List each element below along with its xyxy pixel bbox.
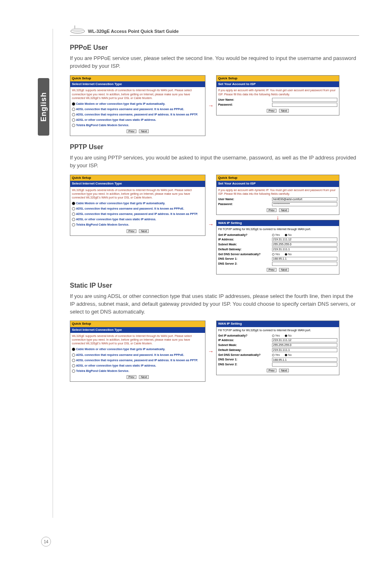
dns2-input[interactable] xyxy=(272,262,338,266)
static-title: Static IP User xyxy=(70,282,359,289)
dns2-label: DNS Server 2: xyxy=(218,362,272,366)
subnet-input[interactable] xyxy=(272,343,338,347)
isp-bar: Set Your Account to ISP xyxy=(217,81,339,87)
opt-pppoe[interactable]: ADSL connection that requires username a… xyxy=(70,106,205,112)
wan-intro: Fill TCP/IP setting for WL320gE to conne… xyxy=(217,327,339,333)
arrow-right-icon: → xyxy=(208,102,214,109)
isp-bar: Set Your Account to ISP xyxy=(217,181,339,187)
ip-label: IP Address: xyxy=(218,338,272,342)
opt-cable[interactable]: Cable Modem or other connection type tha… xyxy=(70,346,205,352)
pppoe-select-panel: Quick Setup Select Internet Connection T… xyxy=(70,75,205,136)
dns1-label: DNS Server 1: xyxy=(218,257,272,261)
next-button[interactable]: Next xyxy=(279,109,289,113)
password-input[interactable] xyxy=(272,103,338,107)
pptp-title: PPTP User xyxy=(70,143,359,151)
opt-pppoe[interactable]: ADSL connection that requires username a… xyxy=(70,206,205,211)
prev-button[interactable]: Prev xyxy=(267,109,277,113)
ip-input[interactable] xyxy=(272,338,338,342)
qs-bar: Quick Setup xyxy=(217,76,339,81)
pppoe-figure: Quick Setup Select Internet Connection T… xyxy=(70,75,359,136)
pppoe-desc: If you are PPPoE service user, please se… xyxy=(70,55,359,70)
dns2-label: DNS Server 2: xyxy=(218,262,272,265)
next-button[interactable]: Next xyxy=(139,229,149,233)
prev-button[interactable]: Prev xyxy=(127,229,136,233)
opt-telstra[interactable]: Telstra BigPond Cable Modem Service. xyxy=(70,222,205,227)
next-button[interactable]: Next xyxy=(139,375,149,379)
isp-intro: If you apply an account with dynamic IP.… xyxy=(217,87,339,97)
get-ip-label: Get IP automatically? xyxy=(218,334,272,337)
opt-pptp[interactable]: ADSL connection that requires username, … xyxy=(70,112,205,117)
svg-point-2 xyxy=(71,28,84,32)
qs-bar: Quick Setup xyxy=(217,175,339,181)
get-dns-label: Get DNS Server automatically? xyxy=(218,252,272,256)
password-label: Password: xyxy=(218,202,272,206)
pptp-wan-panel: WAN IP Setting Fill TCP/IP setting for W… xyxy=(216,220,339,275)
arrow-right-icon: → xyxy=(208,348,214,355)
qs-bar: Quick Setup xyxy=(70,321,205,327)
next-button[interactable]: Next xyxy=(139,129,149,133)
dns2-input[interactable] xyxy=(272,362,338,367)
static-figure: Quick Setup Select Internet Connection T… xyxy=(70,321,359,382)
get-ip-radios[interactable]: YesNo xyxy=(272,334,338,337)
prev-button[interactable]: Prev xyxy=(127,375,136,379)
ip-input[interactable] xyxy=(272,238,338,242)
wan-bar: WAN IP Setting xyxy=(217,321,339,327)
opt-static[interactable]: ADSL or other connection type that uses … xyxy=(70,363,205,368)
subnet-input[interactable] xyxy=(272,242,338,247)
select-intro: WL320gE supports several kinds of connec… xyxy=(70,187,205,201)
qs-bar: Quick Setup xyxy=(70,76,205,81)
opt-pptp[interactable]: ADSL connection that requires username, … xyxy=(70,211,205,217)
get-dns-label: Get DNS Server automatically? xyxy=(218,353,272,357)
pptp-select-panel: Quick Setup Select Internet Connection T… xyxy=(70,175,205,236)
opt-static[interactable]: ADSL or other connection type that uses … xyxy=(70,117,205,122)
prev-button[interactable]: Prev xyxy=(127,129,136,133)
gateway-input[interactable] xyxy=(272,348,338,352)
opt-cable[interactable]: Cable Modem or other connection type tha… xyxy=(70,101,205,106)
next-button[interactable]: Next xyxy=(279,268,289,272)
qs-bar: Quick Setup xyxy=(70,175,205,181)
language-tab: English xyxy=(38,78,49,136)
get-ip-radios[interactable]: YesNo xyxy=(272,233,338,237)
side-divider xyxy=(53,29,53,518)
static-wan-panel: WAN IP Setting Fill TCP/IP setting for W… xyxy=(216,321,339,375)
pptp-right-column: Quick Setup Set Your Account to ISP If y… xyxy=(216,175,339,275)
language-tab-label: English xyxy=(39,92,48,122)
select-intro: WL320gE supports several kinds of connec… xyxy=(70,333,205,346)
pptp-desc: If you are using PPTP services, you woul… xyxy=(70,154,359,170)
get-ip-label: Get IP automatically? xyxy=(218,233,272,237)
username-label: User Name: xyxy=(218,197,272,201)
get-dns-radios[interactable]: YesNo xyxy=(272,252,338,256)
pptp-figure: Quick Setup Select Internet Connection T… xyxy=(70,175,359,275)
isp-intro: If you apply an account with dynamic IP.… xyxy=(217,187,339,197)
prev-button[interactable]: Prev xyxy=(267,268,277,272)
opt-telstra[interactable]: Telstra BigPond Cable Modem Service. xyxy=(70,122,205,128)
prev-button[interactable]: Prev xyxy=(267,369,277,372)
select-bar: Select Internet Connection Type xyxy=(70,181,205,187)
gateway-input[interactable] xyxy=(272,247,338,252)
opt-static[interactable]: ADSL or other connection type that uses … xyxy=(70,217,205,222)
opt-telstra[interactable]: Telstra BigPond Cable Modem Service. xyxy=(70,368,205,374)
dns1-input[interactable] xyxy=(272,257,338,261)
next-button[interactable]: Next xyxy=(279,369,289,372)
opt-cable[interactable]: Cable Modem or other connection type tha… xyxy=(70,201,205,206)
router-icon xyxy=(70,25,85,34)
password-input[interactable] xyxy=(272,202,338,206)
next-button[interactable]: Next xyxy=(279,208,289,212)
get-dns-radios[interactable]: YesNo xyxy=(272,353,338,357)
username-input[interactable] xyxy=(272,197,338,201)
username-input[interactable] xyxy=(272,98,338,102)
static-select-panel: Quick Setup Select Internet Connection T… xyxy=(70,321,205,382)
opt-pptp[interactable]: ADSL connection that requires username, … xyxy=(70,358,205,363)
static-desc: If you are using ADSL or other connectio… xyxy=(70,293,359,316)
wan-bar: WAN IP Setting xyxy=(217,220,339,226)
dns1-label: DNS Server 1: xyxy=(218,358,272,361)
gateway-label: Default Gateway: xyxy=(218,348,272,352)
header-title: WL-320gE Access Point Quick Start Guide xyxy=(88,29,179,34)
gateway-label: Default Gateway: xyxy=(218,247,272,251)
dns1-input[interactable] xyxy=(272,358,338,362)
opt-pppoe[interactable]: ADSL connection that requires username a… xyxy=(70,352,205,358)
select-bar: Select Internet Connection Type xyxy=(70,327,205,333)
pppoe-title: PPPoE User xyxy=(70,44,359,51)
prev-button[interactable]: Prev xyxy=(267,208,277,212)
ip-label: IP Address: xyxy=(218,238,272,241)
